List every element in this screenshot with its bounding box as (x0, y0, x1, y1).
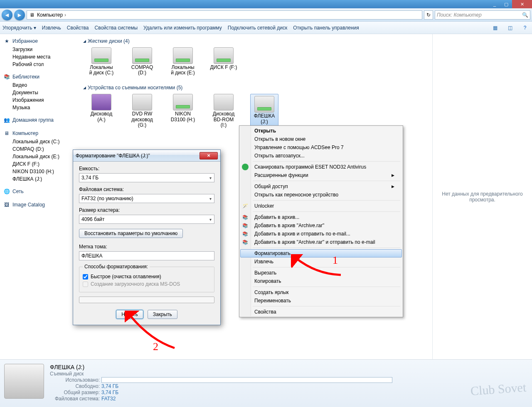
breadcrumb-sep: › (64, 12, 66, 18)
drive-icon (132, 47, 152, 64)
floppy-icon (91, 94, 111, 110)
preview-pane: Нет данных для предварительного просмотр… (432, 34, 532, 359)
drive-f[interactable]: ДИСК F (F:) (209, 47, 238, 76)
ctx-advanced[interactable]: Расширенные функции▶ (240, 171, 402, 179)
sidebar-network[interactable]: 🌐Сеть (1, 187, 78, 196)
sidebar-libraries[interactable]: 📚Библиотеки (1, 72, 78, 81)
details-used-label: Использовано: (50, 377, 100, 383)
section-removable[interactable]: ◢Устройства со съемными носителями (5) (83, 83, 428, 94)
sidebar-drive-h[interactable]: NIKON D3100 (H:) (1, 168, 78, 175)
sidebar-videos[interactable]: Видео (1, 81, 78, 89)
ctx-rar-add-named[interactable]: 📚Добавить в архив "Archive.rar" (240, 221, 402, 230)
nav-forward-button[interactable]: ► (14, 10, 25, 20)
filesystem-select[interactable]: FAT32 (по умолчанию) (79, 194, 214, 203)
drive-d[interactable]: COMPAQ(D:) (128, 47, 156, 76)
quick-format-checkbox[interactable]: Быстрое (очистка оглавления) (83, 273, 211, 280)
drive-g[interactable]: DVD RWдисковод(G:) (128, 94, 156, 128)
sidebar-drive-j[interactable]: ФЛЕШКА (J:) (1, 175, 78, 183)
sidebar-documents[interactable]: Документы (1, 89, 78, 96)
ctx-rar-email-named[interactable]: 📚Добавить в архив "Archive.rar" и отправ… (240, 238, 402, 246)
eset-icon (242, 164, 249, 170)
drive-i[interactable]: ДисководBD-ROM(I:) (209, 94, 238, 128)
toolbar-system-properties[interactable]: Свойства системы (94, 25, 138, 31)
volume-label-input[interactable]: ФЛЕШКА (79, 251, 214, 260)
annotation-number-1: 1 (332, 254, 338, 267)
dialog-title: Форматирование "ФЛЕШКА (J:)" (76, 153, 150, 159)
drive-a[interactable]: Дисковод(A:) (87, 94, 116, 128)
details-drive-icon (4, 364, 44, 399)
submenu-arrow-icon: ▶ (392, 173, 394, 177)
toolbar-extract[interactable]: Извлечь (42, 25, 61, 31)
ctx-autorun[interactable]: Открыть автозапуск... (240, 152, 402, 160)
ctx-rar-add[interactable]: 📚Добавить в архив... (240, 213, 402, 221)
dialog-close-button[interactable]: ✕ (200, 152, 218, 159)
ctx-share[interactable]: Общий доступ▶ (240, 182, 402, 191)
sidebar-image-catalog[interactable]: 🖼Image Catalog (1, 200, 78, 209)
help-icon[interactable]: ? (520, 23, 530, 32)
sidebar-music[interactable]: Музыка (1, 104, 78, 111)
nav-back-button[interactable]: ◄ (2, 10, 12, 20)
ctx-format[interactable]: Форматировать... (240, 249, 402, 257)
ctx-properties[interactable]: Свойства (240, 308, 402, 316)
breadcrumb-location: Компьютер (37, 12, 63, 18)
collapse-icon: ◢ (83, 39, 86, 43)
drive-e[interactable]: Локальный диск (E:) (169, 47, 197, 76)
sidebar-homegroup[interactable]: 👥Домашняя группа (1, 115, 78, 125)
libraries-icon: 📚 (3, 74, 10, 80)
sidebar-desktop[interactable]: Рабочий стол (1, 61, 78, 68)
ctx-rename[interactable]: Переименовать (240, 297, 402, 305)
sidebar-drive-d[interactable]: COMPAQ (D:) (1, 145, 78, 153)
minimize-button[interactable]: _ (489, 0, 500, 8)
ctx-unlocker[interactable]: 🪄Unlocker (240, 202, 402, 210)
dialog-titlebar[interactable]: Форматирование "ФЛЕШКА (J:)" ✕ (73, 150, 220, 162)
view-icon[interactable]: ▦ (490, 23, 500, 32)
ctx-open-new-window[interactable]: Открыть в новом окне (240, 135, 402, 143)
details-type: Съемный диск (50, 371, 392, 377)
start-button[interactable]: Начать (116, 310, 143, 319)
ctx-copy[interactable]: Копировать (240, 277, 402, 285)
ctx-portable[interactable]: Открыть как переносное устройство (240, 191, 402, 199)
drive-h[interactable]: NIKOND3100 (H:) (169, 94, 197, 128)
section-hdd[interactable]: ◢Жесткие диски (4) (83, 37, 428, 47)
ctx-shortcut[interactable]: Создать ярлык (240, 288, 402, 297)
sidebar-favorites[interactable]: ★Избранное (1, 37, 78, 46)
sidebar-downloads[interactable]: Загрузки (1, 46, 78, 53)
sidebar-pictures[interactable]: Изображения (1, 96, 78, 104)
capacity-select[interactable]: 3,74 ГБ (79, 173, 214, 182)
sidebar-drive-c[interactable]: Локальный диск (C:) (1, 138, 78, 145)
sidebar-recent[interactable]: Недавние места (1, 53, 78, 61)
search-input[interactable]: Поиск: Компьютер 🔍 (435, 10, 530, 20)
drive-icon (173, 47, 193, 64)
ctx-open[interactable]: Открыть (240, 127, 402, 135)
computer-icon: 🖥 (29, 12, 35, 18)
preview-pane-icon[interactable]: ◫ (505, 23, 515, 32)
ctx-eset-scan[interactable]: Сканировать программой ESET NOD32 Antivi… (240, 163, 402, 171)
close-button[interactable]: Закрыть (148, 310, 177, 319)
cluster-select[interactable]: 4096 байт (79, 215, 214, 224)
toolbar-control-panel[interactable]: Открыть панель управления (293, 25, 359, 31)
refresh-button[interactable]: ↻ (424, 10, 433, 20)
details-total-value: 3,74 ГБ (101, 390, 118, 395)
ctx-cut[interactable]: Вырезать (240, 269, 402, 277)
star-icon: ★ (3, 38, 10, 44)
ctx-rar-email[interactable]: 📚Добавить в архив и отправить по e-mail.… (240, 230, 402, 238)
sidebar-computer[interactable]: 🖥Компьютер (1, 129, 78, 138)
breadcrumb[interactable]: 🖥 Компьютер › (27, 10, 422, 20)
sidebar-drive-e[interactable]: Локальный диск (E:) (1, 153, 78, 160)
close-button[interactable]: ✕ (512, 0, 532, 8)
toolbar-uninstall[interactable]: Удалить или изменить программу (143, 25, 222, 31)
toolbar-map-drive[interactable]: Подключить сетевой диск (228, 25, 287, 31)
drive-icon (214, 47, 234, 64)
restore-defaults-button[interactable]: Восстановить параметры по умолчанию (79, 229, 183, 238)
winrar-icon: 📚 (242, 222, 249, 229)
window-chrome: _ ▢ ✕ (0, 0, 532, 8)
drive-j-selected[interactable]: ФЛЕШКА(J:) (250, 94, 278, 128)
sidebar-drive-f[interactable]: ДИСК F (F:) (1, 160, 78, 168)
maximize-button[interactable]: ▢ (500, 0, 512, 8)
ctx-eject[interactable]: Извлечь (240, 257, 402, 266)
toolbar-organize[interactable]: Упорядочить ▾ (2, 25, 36, 31)
drive-c[interactable]: Локальный диск (C:) (87, 47, 116, 76)
ctx-acdsee[interactable]: Управление с помощью ACDSee Pro 7 (240, 143, 402, 152)
toolbar-properties[interactable]: Свойства (67, 25, 89, 31)
filesystem-label: Файловая система: (79, 186, 214, 192)
